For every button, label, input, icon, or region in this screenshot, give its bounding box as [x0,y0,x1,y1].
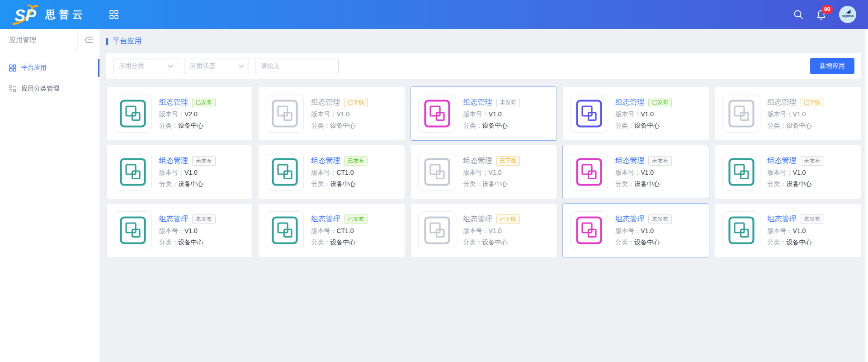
app-icon-box [722,153,760,191]
select-placeholder: 应用分类 [119,62,144,70]
notification-bell-icon[interactable]: 99 [816,9,826,20]
app-title-link[interactable]: 组态管理 [159,98,188,107]
overlapping-squares-icon [272,158,298,186]
app-version-row: 版本号：V1.0 [615,227,672,235]
app-card-info: 组态管理 未发布 版本号：V1.0 分类：设备中心 [768,156,824,188]
scrollbar-track[interactable] [864,29,868,362]
app-card[interactable]: 组态管理 已发布 版本号：V1.0 分类：设备中心 [562,86,709,141]
app-title-link[interactable]: 组态管理 [615,156,644,166]
status-badge: 已发布 [648,98,672,107]
sidebar-item-platform-apps[interactable]: 平台应用 [0,57,99,78]
app-card[interactable]: 组态管理 未发布 版本号：V1.0 分类：设备中心 [106,203,253,257]
app-card[interactable]: 组态管理 未发布 版本号：V1.0 分类：设备中心 [106,145,253,199]
app-card[interactable]: 组态管理 已下线 版本号：V1.0 分类：设备中心 [715,86,861,141]
app-title-link[interactable]: 组态管理 [615,98,644,107]
app-title-link[interactable]: 组态管理 [463,214,492,224]
app-card[interactable]: 组态管理 已发布 版本号：CT1.0 分类：设备中心 [258,203,405,257]
app-version-row: 版本号：V2.0 [159,110,216,119]
avatar[interactable]: Hignton [839,6,856,23]
app-icon-box [266,211,304,249]
app-card[interactable]: 组态管理 已发布 版本号：V2.0 分类：设备中心 [106,86,253,141]
add-app-button[interactable]: 新增应用 [810,58,854,74]
app-card[interactable]: 组态管理 未发布 版本号：V1.0 分类：设备中心 [562,145,709,199]
app-card[interactable]: 组态管理 已下线 版本号：V1.0 分类：设备中心 [410,145,557,199]
app-version-row: 版本号：V1.0 [159,227,216,235]
sidebar-title: 应用管理 [0,36,77,44]
app-card-info: 组态管理 已发布 版本号：V2.0 分类：设备中心 [159,98,216,130]
page-title-row: 平台应用 [106,37,861,46]
overlapping-squares-icon [120,158,146,186]
app-card[interactable]: 组态管理 未发布 版本号：V1.0 分类：设备中心 [715,145,861,199]
app-card-info: 组态管理 已发布 版本号：CT1.0 分类：设备中心 [311,214,368,247]
search-icon[interactable] [793,10,803,19]
app-icon-box [570,95,608,133]
app-card[interactable]: 组态管理 未发布 版本号：V1.0 分类：设备中心 [410,86,557,141]
app-title-link[interactable]: 组态管理 [768,214,797,224]
app-icon-box [418,153,456,191]
sp-logo-icon: SP [12,4,41,25]
sidebar-menu: 平台应用 应用分类管理 [0,51,99,99]
status-badge: 未发布 [192,156,216,166]
app-card-info: 组态管理 已发布 版本号：V1.0 分类：设备中心 [615,98,672,130]
sidebar-item-app-categories[interactable]: 应用分类管理 [0,78,99,99]
app-status-select[interactable]: 应用状态 [184,58,249,74]
app-category-row: 分类：设备中心 [768,180,824,188]
app-card-info: 组态管理 未发布 版本号：V1.0 分类：设备中心 [159,156,216,188]
page-title: 平台应用 [113,37,142,46]
grid-icon [9,64,16,71]
apps-grid-icon[interactable] [109,10,118,19]
app-title-link[interactable]: 组态管理 [311,156,340,166]
app-version-row: 版本号：V1.0 [463,110,520,119]
app-card[interactable]: 组态管理 未发布 版本号：V1.0 分类：设备中心 [715,203,861,257]
app-icon-box [570,153,608,191]
app-title-link[interactable]: 组态管理 [615,214,644,224]
app-category-row: 分类：设备中心 [311,180,368,188]
main-content: 平台应用 应用分类 应用状态 新增应用 组态管理 [99,29,868,362]
app-card[interactable]: 组态管理 未发布 版本号：V1.0 分类：设备中心 [562,203,709,257]
app-card-info: 组态管理 已发布 版本号：CT1.0 分类：设备中心 [311,156,368,188]
app-category-row: 分类：设备中心 [615,180,672,188]
app-title-link[interactable]: 组态管理 [768,156,797,166]
app-version-row: 版本号：V1.0 [159,169,216,177]
app-card-info: 组态管理 已下线 版本号：V1.0 分类：设备中心 [463,156,520,188]
app-card[interactable]: 组态管理 已下线 版本号：V1.0 分类：设备中心 [258,86,405,141]
sidebar: 应用管理 平台应用 [0,29,99,362]
app-card-info: 组态管理 已下线 版本号：V1.0 分类：设备中心 [311,98,368,130]
app-icon-box [114,211,152,249]
collapse-sidebar-icon[interactable] [77,29,99,51]
app-title-link[interactable]: 组态管理 [768,98,797,107]
sidebar-item-label: 平台应用 [21,64,47,72]
app-card-info: 组态管理 未发布 版本号：V1.0 分类：设备中心 [768,214,824,247]
app-card-info: 组态管理 未发布 版本号：V1.0 分类：设备中心 [615,156,672,188]
overlapping-squares-icon [120,100,146,128]
app-title-link[interactable]: 组态管理 [159,156,188,166]
status-badge: 已发布 [344,156,368,166]
app-icon-box [114,95,152,133]
app-card[interactable]: 组态管理 已下线 版本号：V1.0 分类：设备中心 [410,203,557,257]
overlapping-squares-icon [424,100,450,128]
app-category-row: 分类：设备中心 [463,238,520,247]
brand-logo: SP 思普云 [12,4,86,25]
app-category-select[interactable]: 应用分类 [113,58,178,74]
status-badge: 未发布 [648,214,672,224]
overlapping-squares-icon [728,216,755,244]
app-title-link[interactable]: 组态管理 [311,98,340,107]
chevron-down-icon [168,64,173,68]
app-title-link[interactable]: 组态管理 [159,214,188,224]
app-icon-box [722,211,760,249]
notification-count-badge: 99 [821,5,833,14]
app-category-row: 分类：设备中心 [311,122,368,130]
status-badge: 已下线 [801,98,824,107]
search-input[interactable] [255,58,339,74]
app-card-info: 组态管理 未发布 版本号：V1.0 分类：设备中心 [615,214,672,247]
app-card[interactable]: 组态管理 已发布 版本号：CT1.0 分类：设备中心 [258,145,405,199]
overlapping-squares-icon [272,216,298,244]
app-title-link[interactable]: 组态管理 [311,214,340,224]
overlapping-squares-icon [576,158,602,186]
app-title-link[interactable]: 组态管理 [463,98,492,107]
avatar-label: Hignton [842,14,854,18]
status-badge: 未发布 [801,156,824,166]
app-category-row: 分类：设备中心 [311,238,368,247]
app-title-link[interactable]: 组态管理 [463,156,492,166]
status-badge: 未发布 [801,214,824,224]
